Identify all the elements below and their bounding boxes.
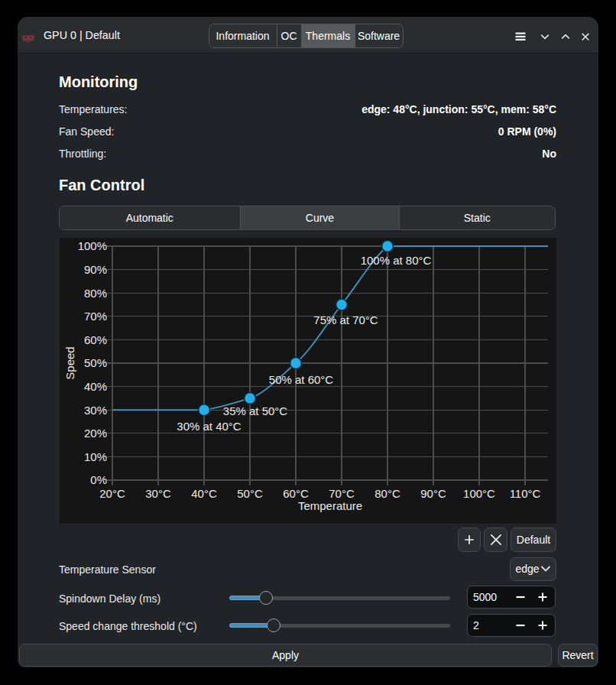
svg-text:35% at 50°C: 35% at 50°C [223,404,288,417]
svg-text:100% at 80°C: 100% at 80°C [361,254,432,267]
svg-text:20°C: 20°C [99,487,125,500]
svg-text:60°C: 60°C [283,487,309,500]
svg-text:60%: 60% [84,333,107,346]
svg-text:75% at 70°C: 75% at 70°C [313,313,378,326]
svg-text:50°C: 50°C [237,487,263,500]
svg-text:30%: 30% [84,404,107,417]
svg-text:70°C: 70°C [329,487,355,500]
svg-text:50% at 60°C: 50% at 60°C [269,373,334,386]
svg-text:50%: 50% [84,356,107,369]
svg-text:110°C: 110°C [510,487,541,500]
svg-text:90%: 90% [84,263,107,276]
svg-text:70%: 70% [84,310,107,323]
svg-text:30°C: 30°C [145,487,171,500]
svg-text:40°C: 40°C [191,487,217,500]
svg-text:80%: 80% [84,287,107,300]
svg-text:90°C: 90°C [420,487,446,500]
svg-text:20%: 20% [84,427,107,440]
svg-text:10%: 10% [84,450,107,463]
svg-text:80°C: 80°C [374,487,400,500]
svg-text:100%: 100% [78,239,107,252]
svg-text:40%: 40% [84,380,107,393]
svg-text:0%: 0% [90,473,107,486]
svg-text:30% at 40°C: 30% at 40°C [177,420,242,433]
svg-text:Speed: Speed [63,346,76,379]
svg-text:100°C: 100°C [463,487,495,500]
svg-text:Temperature: Temperature [298,499,362,512]
